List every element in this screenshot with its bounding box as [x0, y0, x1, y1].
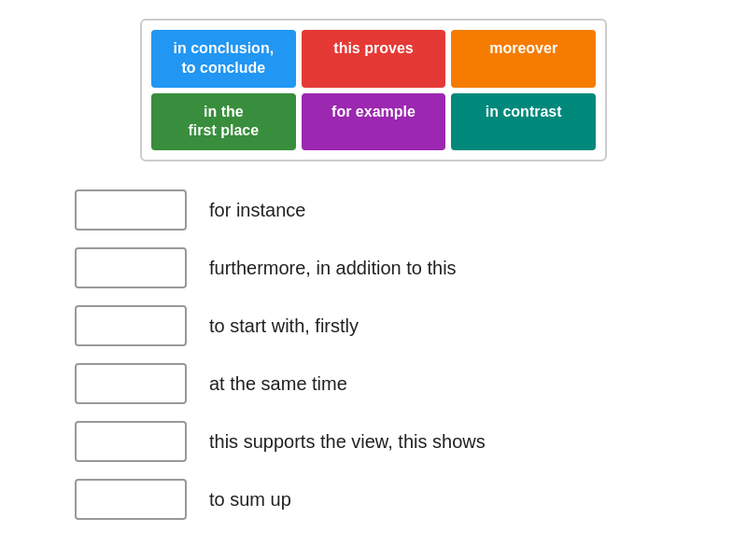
match-row: to start with, firstly — [75, 305, 691, 346]
chip-in-conclusion[interactable]: in conclusion,to conclude — [151, 30, 296, 88]
answer-box-5[interactable] — [75, 421, 187, 462]
match-row: furthermore, in addition to this — [75, 247, 691, 288]
match-text-2: furthermore, in addition to this — [209, 258, 457, 279]
chip-moreover[interactable]: moreover — [451, 30, 596, 88]
chip-this-proves[interactable]: this proves — [302, 30, 446, 88]
answer-box-6[interactable] — [75, 479, 187, 520]
match-row: to sum up — [75, 479, 691, 520]
match-text-4: at the same time — [209, 373, 347, 395]
chip-for-example[interactable]: for example — [302, 93, 446, 151]
answer-box-4[interactable] — [75, 363, 187, 404]
answer-box-3[interactable] — [75, 305, 187, 346]
match-row: for instance — [75, 189, 691, 231]
match-text-5: this supports the view, this shows — [209, 431, 486, 453]
match-list: for instance furthermore, in addition to… — [56, 189, 691, 520]
chip-in-contrast[interactable]: in contrast — [451, 93, 596, 151]
match-text-1: for instance — [209, 200, 305, 221]
word-bank: in conclusion,to conclude this proves mo… — [140, 19, 607, 161]
match-text-3: to start with, firstly — [209, 315, 359, 337]
chip-in-the-first-place[interactable]: in thefirst place — [151, 93, 296, 151]
match-row: this supports the view, this shows — [75, 421, 691, 462]
match-row: at the same time — [75, 363, 691, 404]
match-text-6: to sum up — [209, 489, 291, 511]
answer-box-2[interactable] — [75, 247, 187, 288]
answer-box-1[interactable] — [75, 189, 187, 231]
